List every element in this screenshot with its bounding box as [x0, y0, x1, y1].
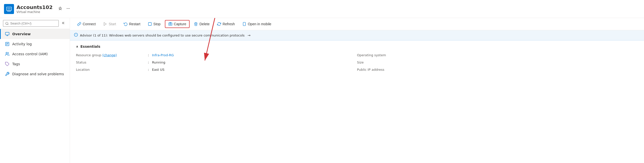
resource-group-value: Infra-Prod-RG [152, 53, 174, 58]
sidebar-item-access-control[interactable]: Access control (IAM) [0, 49, 70, 59]
restart-button[interactable]: Restart [120, 20, 144, 28]
pin-button[interactable] [57, 6, 63, 13]
status-value: Running [152, 60, 165, 65]
os-label: Operating system [357, 53, 427, 58]
resource-group-label: Resource group (change) [76, 53, 146, 58]
svg-rect-4 [7, 8, 11, 10]
open-mobile-label: Open in mobile [248, 22, 271, 26]
search-icon [5, 22, 9, 25]
sidebar-item-overview[interactable]: Overview [0, 29, 70, 39]
play-icon [103, 22, 107, 26]
page-title: Accounts102 [16, 4, 53, 10]
os-value [427, 53, 638, 58]
wrench-icon [5, 72, 10, 77]
advisor-link-arrow: → [248, 33, 250, 37]
svg-point-17 [6, 52, 8, 54]
toolbar-area: Connect Start [70, 18, 644, 30]
change-resource-group-link[interactable]: (change) [102, 53, 117, 57]
delete-button[interactable]: Delete [190, 20, 212, 28]
list-icon [5, 42, 10, 47]
public-ip-value [427, 67, 638, 72]
refresh-label: Refresh [222, 22, 235, 26]
mobile-icon [242, 22, 246, 26]
header-actions [57, 6, 71, 13]
essentials-title: Essentials [80, 45, 100, 49]
more-options-button[interactable] [65, 6, 71, 13]
advisor-text: Advisor (1 of 11): Windows web servers s… [80, 34, 244, 37]
sidebar-item-tags[interactable]: Tags [0, 59, 70, 69]
page-header: Accounts102 Virtual machine [0, 0, 644, 18]
plug-icon [77, 22, 81, 26]
sidebar-item-diagnose[interactable]: Diagnose and solve problems [0, 69, 70, 79]
collapse-sidebar-button[interactable] [61, 20, 67, 27]
sidebar-item-access-control-label: Access control (IAM) [12, 52, 48, 56]
tag-icon [5, 62, 10, 67]
connect-label: Connect [83, 22, 96, 26]
svg-rect-10 [6, 32, 9, 35]
location-value: East US [152, 67, 164, 72]
monitor-icon [5, 32, 10, 37]
svg-marker-19 [104, 23, 106, 26]
search-input[interactable] [10, 22, 56, 25]
open-mobile-button[interactable]: Open in mobile [239, 20, 274, 28]
capture-label: Capture [174, 22, 186, 26]
resource-group-link[interactable]: Infra-Prod-RG [152, 53, 174, 57]
people-icon [5, 52, 10, 57]
svg-point-6 [68, 8, 68, 9]
sidebar-search-container [0, 18, 70, 29]
size-value [427, 60, 638, 65]
sidebar-item-tags-label: Tags [12, 62, 20, 66]
content-area: Connect Start [70, 18, 644, 163]
colon-1: : [146, 53, 151, 58]
restart-label: Restart [129, 22, 140, 26]
resource-icon [4, 4, 14, 14]
sidebar-item-overview-label: Overview [12, 32, 31, 36]
svg-line-9 [8, 24, 8, 25]
stop-icon [148, 22, 152, 26]
essentials-header: ∧ Essentials [76, 45, 638, 49]
colon-2: : [146, 60, 151, 65]
sidebar-item-activity-log-label: Activity log [12, 42, 32, 46]
svg-point-5 [67, 8, 68, 9]
essentials-grid: Resource group (change) : Infra-Prod-RG … [76, 53, 638, 72]
restart-icon [124, 22, 128, 26]
sidebar-search[interactable] [3, 20, 59, 27]
toolbar: Connect Start [70, 18, 644, 30]
capture-icon [168, 22, 172, 26]
status-label: Status [76, 60, 146, 65]
svg-rect-20 [148, 23, 152, 26]
capture-button[interactable]: Capture [165, 20, 190, 28]
svg-point-8 [6, 22, 8, 24]
essentials-section: ∧ Essentials Resource group (change) : I… [70, 41, 644, 76]
page-subtitle: Virtual machine [16, 10, 53, 14]
title-group: Accounts102 Virtual machine [16, 4, 53, 14]
essentials-collapse-icon[interactable]: ∧ [76, 45, 78, 48]
stop-label: Stop [154, 22, 161, 26]
delete-label: Delete [199, 22, 209, 26]
sidebar-item-activity-log[interactable]: Activity log [0, 39, 70, 49]
sidebar-item-diagnose-label: Diagnose and solve problems [12, 72, 64, 76]
size-label: Size [357, 60, 427, 65]
refresh-icon [217, 22, 221, 26]
start-button[interactable]: Start [100, 20, 120, 28]
svg-rect-21 [168, 23, 172, 25]
trash-icon [194, 22, 198, 26]
public-ip-label: Public IP address [357, 67, 427, 72]
advisor-banner[interactable]: Advisor (1 of 11): Windows web servers s… [70, 30, 644, 41]
info-icon [74, 33, 78, 38]
refresh-button[interactable]: Refresh [214, 20, 238, 28]
colon-3: : [146, 67, 151, 72]
app-container: Accounts102 Virtual machine [0, 0, 644, 163]
sidebar: Overview Activity log [0, 18, 70, 163]
start-label: Start [109, 22, 116, 26]
sidebar-nav: Overview Activity log [0, 29, 70, 163]
stop-button[interactable]: Stop [145, 20, 164, 28]
connect-button[interactable]: Connect [74, 20, 99, 28]
location-label: Location [76, 67, 146, 72]
svg-rect-22 [170, 24, 171, 25]
svg-point-7 [69, 8, 70, 9]
main-layout: Overview Activity log [0, 18, 644, 163]
